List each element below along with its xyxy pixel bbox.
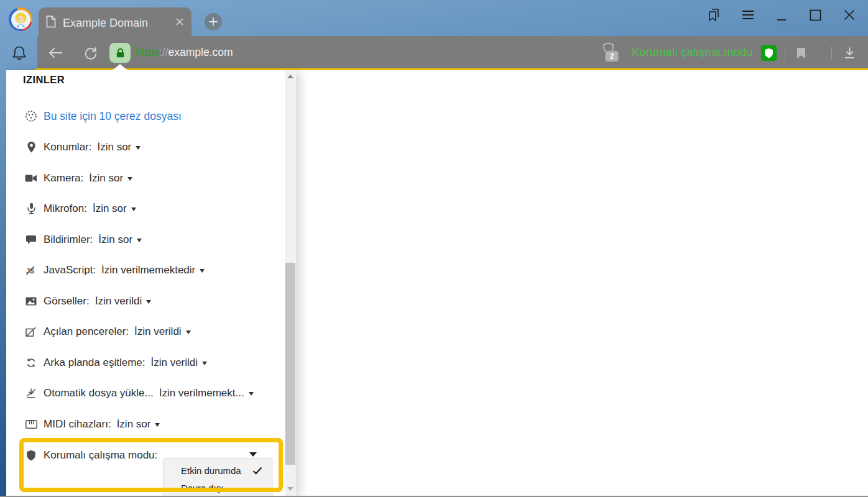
scroll-up-icon[interactable] [287,75,293,78]
permission-row-auto-download: Otomatik dosya yükle... İzin verilmemekt… [24,385,254,402]
permissions-title: IZINLER [23,74,65,86]
browser-tab[interactable]: Example Domain [39,7,192,39]
reload-icon [83,45,98,61]
shield-badge-count: 2 [610,52,614,61]
permission-row-javascript: JS JavaScript: İzin verilmemektedir [24,262,205,279]
popup-anchor-arrow [113,64,127,70]
permission-row-camera: Kamera: İzin sor [24,170,132,187]
scroll-down-icon[interactable] [287,487,293,491]
minimize-button[interactable] [773,9,790,26]
permission-label: Korumalı çalışma modu: [44,449,157,462]
chevron-down-icon [136,146,141,150]
permission-value-dropdown[interactable]: İzin sor [117,418,160,431]
hamburger-icon [742,9,754,21]
shield-icon [764,48,773,59]
back-arrow-icon [47,46,64,60]
permission-row-microphone: Mikrofon: İzin sor [24,200,136,217]
cookie-files-row: Bu site için 10 çerez dosyası [24,107,182,125]
permission-value: İzin verilmemektedir [101,264,195,276]
chevron-down-icon[interactable] [249,452,257,457]
popups-icon [24,327,39,337]
toolbar-separator [831,47,832,60]
lock-icon [114,47,126,59]
bookmark-page-button[interactable] [796,47,806,59]
avatar-image [11,10,30,29]
permission-value-dropdown[interactable]: İzin verildi [150,357,207,369]
scrollbar-thumb[interactable] [285,263,295,465]
protection-shield-button[interactable] [761,45,777,61]
permission-label: Bildirimler: [44,234,93,246]
permission-value: İzin verilmemekt... [159,387,244,399]
maximize-button[interactable] [806,6,824,24]
notifications-bell-button[interactable] [11,45,27,65]
close-button[interactable] [841,6,858,24]
bell-icon [11,45,27,63]
permission-label: Görseller: [44,295,90,308]
site-lock-button[interactable] [109,43,131,63]
microphone-icon [24,203,39,215]
toolbar-separator [785,47,785,60]
site-shield-counter-button[interactable]: 2 [599,41,622,65]
bookmark-flag-icon [796,47,806,59]
chevron-down-icon [202,362,207,365]
menu-option-label: Etkin durumda [181,465,241,476]
check-icon [252,467,262,475]
permission-row-background-sync: Arka planda eşitleme: İzin verildi [24,354,207,372]
permission-value: İzin sor [97,141,131,153]
javascript-icon: JS [24,265,39,276]
permission-row-midi: MIDI cihazları: İzin sor [24,416,160,433]
chevron-down-icon [155,423,160,427]
permission-row-popups: Açılan pencereler: İzin verildi [24,323,191,340]
shield-icon [24,450,39,462]
url-scheme: https [136,46,159,59]
new-tab-button[interactable] [205,13,222,30]
url-separator: :// [159,46,169,59]
downloads-button[interactable] [843,45,857,60]
location-icon [24,141,39,153]
chevron-down-icon [127,177,132,181]
permission-label: MIDI cihazları: [44,418,111,431]
menu-option-disabled[interactable]: Devre dışı [164,479,272,496]
address-url[interactable]: https://example.com [136,46,233,59]
auto-download-icon [24,388,39,399]
back-button[interactable] [47,46,64,60]
protection-mode-label: Korumalı çalışma modu [632,45,752,59]
close-icon [844,9,855,21]
permission-value: İzin verildi [150,357,198,369]
chevron-down-icon [200,269,205,273]
background-sync-icon [24,358,39,368]
permission-value: İzin verildi [134,326,182,338]
permission-value-dropdown[interactable]: İzin sor [98,234,142,246]
bookmarks-panel-button[interactable] [705,6,723,24]
reload-button[interactable] [83,45,98,61]
browser-window: Example Domain [0,0,868,497]
notifications-icon [24,235,39,245]
popup-scrollbar[interactable] [285,70,296,497]
cookie-icon [24,110,39,122]
menu-option-enabled[interactable]: Etkin durumda [164,462,272,479]
permission-label: JavaScript: [44,264,96,276]
permission-row-images: Görseller: İzin verildi [24,293,151,310]
tab-close-icon[interactable] [175,17,184,29]
permission-value: İzin sor [117,418,151,431]
maximize-icon [810,9,821,21]
permission-value: İzin sor [93,203,127,215]
permission-value-dropdown[interactable]: İzin sor [93,203,136,215]
permission-value-dropdown[interactable]: İzin verildi [134,326,191,338]
permission-value-dropdown[interactable]: İzin sor [97,141,141,153]
permission-value-dropdown[interactable]: İzin verilmemekt... [159,387,254,399]
page-icon [46,16,56,30]
cookie-files-link[interactable]: Bu site için 10 çerez dosyası [44,110,182,123]
shield-counter-icon: 2 [599,41,622,65]
permission-row-locations: Konumlar: İzin sor [24,139,141,156]
camera-icon [24,174,39,183]
permission-value-dropdown[interactable]: İzin verilmemektedir [101,264,205,276]
menu-button[interactable] [739,6,757,24]
bookmarks-icon [706,7,722,23]
permission-value-dropdown[interactable]: İzin sor [89,172,132,185]
profile-avatar[interactable] [9,7,32,31]
permission-value-dropdown[interactable]: İzin verildi [95,295,152,308]
permission-state-menu: Etkin durumda Devre dışı [164,458,272,497]
chevron-down-icon [137,239,142,242]
url-host: example.com [169,46,233,59]
